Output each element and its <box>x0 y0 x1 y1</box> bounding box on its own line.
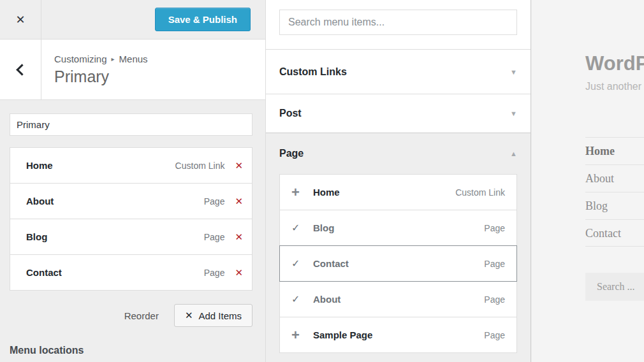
preview-nav: Home About Blog Contact <box>585 137 644 247</box>
available-item-label: About <box>313 294 484 305</box>
section-post[interactable]: Post ▼ <box>266 94 531 133</box>
preview-nav-link[interactable]: About <box>585 164 644 192</box>
available-item-row[interactable]: Home Custom Link <box>279 174 517 210</box>
available-item-label: Blog <box>313 222 484 233</box>
add-items-label: Add Items <box>198 310 242 321</box>
plus-icon <box>291 327 313 344</box>
search-menu-items-input[interactable] <box>279 10 517 35</box>
section-label: Post <box>279 108 510 119</box>
chevron-down-icon: ▼ <box>510 68 517 76</box>
available-item-row[interactable]: Blog Page <box>279 210 517 246</box>
menu-locations-heading: Menu locations <box>10 345 252 356</box>
menu-name-input[interactable] <box>10 113 252 136</box>
menu-item-label: About <box>26 196 204 206</box>
available-item-type: Page <box>484 259 505 269</box>
save-publish-button[interactable]: Save & Publish <box>155 8 251 31</box>
available-item-type: Page <box>484 223 505 233</box>
section-label: Page <box>279 148 510 159</box>
check-icon <box>291 293 313 305</box>
preview-nav-link[interactable]: Blog <box>585 192 644 219</box>
available-item-type: Page <box>484 294 505 305</box>
search-area <box>266 0 531 50</box>
site-title[interactable]: WordPress <box>585 52 644 75</box>
section-label: Custom Links <box>279 66 510 78</box>
delete-item-icon[interactable] <box>235 231 243 243</box>
delete-item-icon[interactable] <box>235 196 243 207</box>
section-custom-links[interactable]: Custom Links ▼ <box>266 50 531 94</box>
menu-item-row[interactable]: About Page <box>10 183 252 219</box>
chevron-left-icon <box>16 64 27 75</box>
customizer-panel: Save & Publish Customizing ▸ Menus Prima… <box>0 0 266 362</box>
check-icon <box>291 257 313 270</box>
available-items-panel: Custom Links ▼ Post ▼ Page ▲ Home Custom… <box>266 0 531 362</box>
site-tagline: Just another <box>585 81 644 92</box>
back-button[interactable] <box>0 40 41 99</box>
topbar-actions: Save & Publish <box>41 0 265 39</box>
preview-content: WordPress Just another Home About Blog C… <box>532 52 644 301</box>
plus-icon <box>291 184 313 201</box>
available-item-row[interactable]: Contact Page <box>279 245 517 282</box>
menu-item-row[interactable]: Home Custom Link <box>10 147 252 184</box>
menu-item-type: Custom Link <box>175 161 225 171</box>
preview-search-input[interactable]: Search ... <box>585 273 644 301</box>
menu-actions: Reorder Add Items <box>10 304 252 327</box>
menu-items-list: Home Custom Link About Page Blog Page Co… <box>10 147 252 291</box>
available-items-list: Home Custom Link Blog Page Contact Page … <box>279 174 517 353</box>
breadcrumb: Customizing ▸ Menus <box>54 54 148 64</box>
available-item-label: Home <box>313 187 455 198</box>
menu-item-row[interactable]: Blog Page <box>10 219 252 255</box>
panel-header-text: Customizing ▸ Menus Primary <box>41 40 148 99</box>
available-item-type: Custom Link <box>455 187 505 198</box>
available-item-row[interactable]: About Page <box>279 281 517 317</box>
breadcrumb-root: Customizing <box>54 54 107 64</box>
delete-item-icon[interactable] <box>235 267 243 279</box>
add-items-button[interactable]: Add Items <box>174 304 252 327</box>
site-preview-panel: WordPress Just another Home About Blog C… <box>532 0 644 362</box>
reorder-link[interactable]: Reorder <box>124 310 159 321</box>
available-item-row[interactable]: Sample Page Page <box>279 317 517 353</box>
panel-body: Home Custom Link About Page Blog Page Co… <box>0 100 265 356</box>
section-page-header[interactable]: Page ▲ <box>266 133 531 174</box>
page-title: Primary <box>54 68 148 86</box>
section-page-expanded: Page ▲ Home Custom Link Blog Page Contac… <box>266 133 531 362</box>
check-icon <box>291 222 313 234</box>
available-item-label: Sample Page <box>313 329 484 340</box>
menu-item-label: Blog <box>26 231 204 242</box>
close-icon[interactable] <box>0 0 41 39</box>
preview-nav-link[interactable]: Contact <box>585 219 644 247</box>
preview-nav-link[interactable]: Home <box>585 137 644 164</box>
available-item-label: Contact <box>313 258 484 269</box>
breadcrumb-section: Menus <box>119 54 148 64</box>
available-item-type: Page <box>484 330 505 340</box>
menu-item-type: Page <box>204 268 225 278</box>
breadcrumb-arrow-icon: ▸ <box>112 55 115 62</box>
menu-item-label: Home <box>26 160 175 171</box>
menu-item-label: Contact <box>26 267 204 278</box>
menu-item-type: Page <box>204 232 225 242</box>
delete-item-icon[interactable] <box>235 160 243 171</box>
menu-item-row[interactable]: Contact Page <box>10 254 252 291</box>
chevron-down-icon: ▼ <box>510 110 517 117</box>
panel-header: Customizing ▸ Menus Primary <box>0 40 265 100</box>
customizer-topbar: Save & Publish <box>0 0 265 40</box>
menu-item-type: Page <box>204 196 225 206</box>
chevron-up-icon: ▲ <box>510 150 517 157</box>
